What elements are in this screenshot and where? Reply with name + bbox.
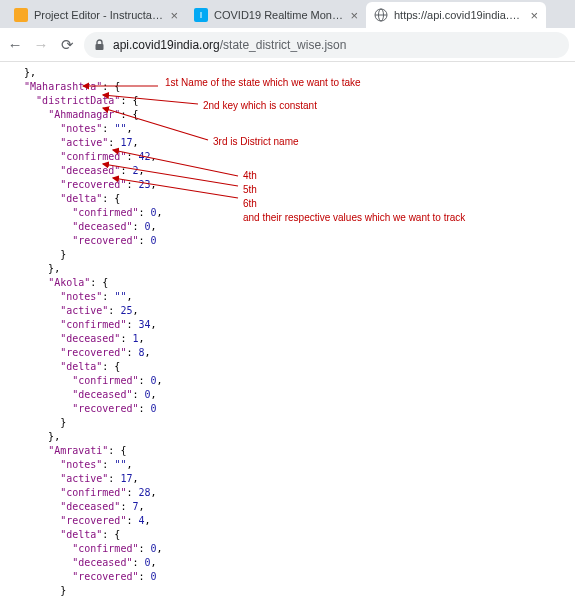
tab-title: Project Editor - Instructables xyxy=(34,9,164,21)
browser-toolbar: ← → ⟳ api.covid19india.org/state_distric… xyxy=(0,28,575,62)
forward-button[interactable]: → xyxy=(32,36,50,53)
reload-button[interactable]: ⟳ xyxy=(58,36,76,54)
close-icon[interactable]: × xyxy=(530,8,538,23)
tab-title: COVID19 Realtime Monitoring xyxy=(214,9,344,21)
tab-3[interactable]: https://api.covid19india.org/sta × xyxy=(366,2,546,28)
close-icon[interactable]: × xyxy=(170,8,178,23)
url-path: /state_district_wise.json xyxy=(220,38,347,52)
json-viewer: }, "Maharashtra": { "districtData": { "A… xyxy=(0,62,575,600)
lock-icon xyxy=(94,39,105,51)
globe-icon xyxy=(374,8,388,22)
tab-1[interactable]: Project Editor - Instructables × xyxy=(6,2,186,28)
tab-2[interactable]: I COVID19 Realtime Monitoring × xyxy=(186,2,366,28)
tab-title: https://api.covid19india.org/sta xyxy=(394,9,524,21)
robot-icon xyxy=(14,8,28,22)
close-icon[interactable]: × xyxy=(350,8,358,23)
address-bar[interactable]: api.covid19india.org/state_district_wise… xyxy=(84,32,569,58)
site-icon: I xyxy=(194,8,208,22)
svg-rect-3 xyxy=(96,44,104,50)
back-button[interactable]: ← xyxy=(6,36,24,53)
tab-strip: Project Editor - Instructables × I COVID… xyxy=(0,0,575,28)
url-domain: api.covid19india.org xyxy=(113,38,220,52)
